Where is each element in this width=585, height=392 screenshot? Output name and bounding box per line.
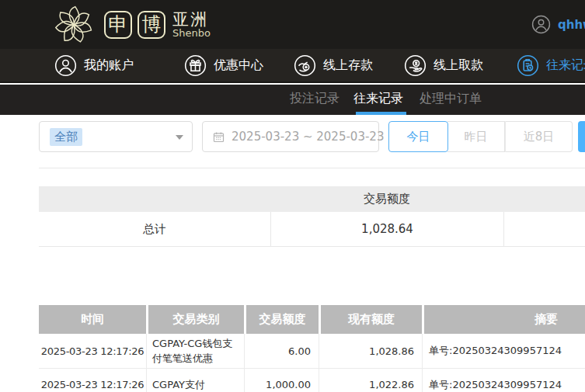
tab-transaction-records[interactable]: 往来记录: [353, 85, 403, 115]
cell-time: 2025-03-23 12:17:26: [39, 334, 146, 368]
date-range-input[interactable]: 2025-03-23 ~ 2025-03-23: [202, 121, 379, 152]
gift-icon: [184, 54, 207, 77]
nav-label: 线上取款: [434, 57, 483, 74]
brand-subtitle: Shenbo: [172, 28, 211, 39]
quick-range-8days-button[interactable]: 近8日: [505, 121, 573, 152]
quick-range-today-button[interactable]: 今日: [388, 121, 448, 152]
summary-empty-cell: [503, 212, 585, 247]
table-row: 2025-03-23 12:17:26 CGPAY-CG钱包支付笔笔送优惠 6.…: [39, 334, 585, 369]
calendar-icon: [212, 130, 225, 144]
cell-balance: 1,022.86: [319, 369, 422, 392]
withdraw-icon: [404, 54, 427, 77]
column-header-time: 时间: [39, 305, 146, 334]
summary-header-amount: 交易额度: [270, 192, 503, 206]
page: 申 博 亚洲 Shenbo qhhw: [0, 0, 585, 392]
summary-total-label: 总计: [39, 212, 270, 247]
brand-region: 亚洲: [172, 11, 211, 28]
summary-table-header: 交易额度: [39, 186, 585, 212]
cell-amount: 6.00: [244, 334, 319, 368]
sub-nav: 投注记录 往来记录 处理中订单: [0, 85, 585, 115]
records-table-header: 时间 交易类别 交易额度 现有额度 摘要: [39, 305, 585, 334]
user-circle-icon: [531, 15, 551, 34]
brand-char-shen: 申: [104, 11, 132, 39]
main-nav: 我的账户 优惠中心: [0, 49, 585, 83]
brand-char-bo: 博: [138, 11, 165, 39]
column-header-summary: 摘要: [422, 305, 585, 334]
tab-pending-orders[interactable]: 处理中订单: [420, 85, 482, 115]
chevron-down-icon: [176, 135, 183, 140]
nav-label: 优惠中心: [214, 57, 263, 74]
search-button[interactable]: [578, 121, 585, 152]
cell-balance: 1,028.86: [319, 334, 422, 368]
tab-bet-records[interactable]: 投注记录: [290, 85, 340, 115]
quick-range-yesterday-button[interactable]: 昨日: [447, 121, 505, 152]
user-circle-icon: [54, 54, 77, 77]
column-header-category: 交易类别: [146, 305, 244, 334]
table-row: 2025-03-23 12:17:26 CGPAY支付 1,000.00 1,0…: [39, 369, 585, 392]
nav-label: 线上存款: [323, 57, 373, 74]
cell-summary: 单号:20250324309957124: [422, 369, 585, 392]
summary-total-row: 总计 1,028.64: [39, 212, 585, 247]
filter-bar: 全部 2025-03-23 ~ 2025-03-23 今日 昨日 近8日: [0, 115, 585, 168]
nav-label: 往来记录: [546, 57, 585, 74]
type-select-value: 全部: [50, 128, 82, 146]
column-header-balance: 现有额度: [319, 305, 422, 334]
date-range-value: 2025-03-23 ~ 2025-03-23: [232, 130, 384, 144]
cell-category: CGPAY-CG钱包支付笔笔送优惠: [146, 334, 244, 368]
nav-item-withdraw[interactable]: 线上取款: [404, 49, 483, 82]
deposit-icon: [294, 54, 316, 77]
cell-amount: 1,000.00: [244, 369, 319, 392]
flower-logo-icon: [48, 2, 99, 48]
nav-item-promotions[interactable]: 优惠中心: [184, 49, 263, 82]
user-account[interactable]: qhhw: [531, 0, 585, 49]
brand-logo[interactable]: 申 博 亚洲 Shenbo: [48, 0, 211, 49]
nav-item-deposit[interactable]: 线上存款: [294, 49, 373, 82]
type-select[interactable]: 全部: [39, 121, 193, 152]
nav-label: 我的账户: [84, 57, 134, 74]
brand-region-block: 亚洲 Shenbo: [172, 11, 211, 39]
summary-total-value: 1,028.64: [270, 212, 503, 247]
top-header: 申 博 亚洲 Shenbo qhhw: [0, 0, 585, 49]
summary-table: 交易额度 总计 1,028.64: [39, 186, 585, 247]
username[interactable]: qhhw: [558, 18, 585, 32]
section-divider: [39, 168, 585, 168]
records-table: 时间 交易类别 交易额度 现有额度 摘要 2025-03-23 12:17:26…: [39, 305, 585, 392]
cell-category: CGPAY支付: [146, 369, 244, 392]
nav-item-transactions[interactable]: 往来记录: [517, 49, 585, 82]
column-header-amount: 交易额度: [244, 305, 319, 334]
cell-time: 2025-03-23 12:17:26: [39, 369, 146, 392]
records-icon: [517, 54, 539, 77]
cell-summary: 单号:20250324309957124: [422, 334, 585, 368]
nav-item-my-account[interactable]: 我的账户: [54, 49, 134, 82]
